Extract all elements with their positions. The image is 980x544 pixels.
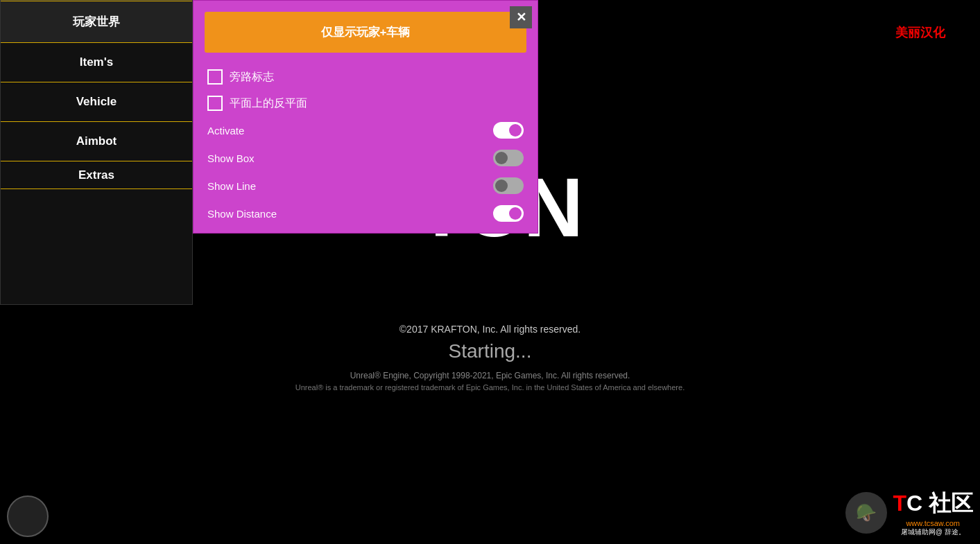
toggle-showbox-label: Show Box [207, 152, 255, 164]
trademark-text: Unreal® is a trademark or registered tra… [0, 383, 980, 392]
watermark-avatar-icon: 🪖 [845, 492, 887, 534]
show-players-vehicles-button[interactable]: 仅显示玩家+车辆 [205, 12, 526, 53]
toggle-row-showdist: Show Distance [194, 200, 538, 233]
nav-items[interactable]: Item's [1, 43, 192, 82]
close-button[interactable]: ✕ [510, 6, 532, 28]
tc-logo: TC 社区 [893, 489, 973, 519]
checkbox-plane[interactable] [207, 96, 223, 111]
toggle-row-showbox: Show Box [194, 144, 538, 172]
copyright-text: ©2017 KRAFTON, Inc. All rights reserved. [0, 324, 980, 335]
toggle-activate[interactable] [493, 122, 524, 139]
checkbox-row-plane: 平面上的反平面 [194, 90, 538, 116]
checkbox-plane-label: 平面上的反平面 [230, 96, 307, 111]
starting-text: Starting... [0, 340, 980, 362]
nav-aimbot[interactable]: Aimbot [1, 122, 192, 161]
toggle-row-activate: Activate [194, 116, 538, 144]
mod-panel: 玩家世界 Item's Vehicle Aimbot Extras [0, 0, 193, 305]
nav-extras[interactable]: Extras [1, 161, 192, 189]
checkbox-bypass-label: 旁路标志 [230, 70, 274, 85]
toggle-showline-label: Show Line [207, 180, 256, 192]
sub-panel: ✕ 仅显示玩家+车辆 旁路标志 平面上的反平面 Activate Show Bo… [193, 0, 538, 234]
bottom-right-watermark: 🪖 TC 社区 www.tcsaw.com 屠城辅助网@ 辞途。 [845, 489, 973, 537]
unreal-text: Unreal® Engine, Copyright 1998-2021, Epi… [0, 371, 980, 380]
checkbox-row-bypass: 旁路标志 [194, 64, 538, 90]
bottom-left-icon [7, 495, 49, 537]
checkbox-bypass[interactable] [207, 69, 223, 85]
toggle-activate-label: Activate [207, 125, 244, 137]
nav-player-world[interactable]: 玩家世界 [1, 1, 192, 43]
toggle-showdist[interactable] [493, 205, 524, 222]
toggle-showbox[interactable] [493, 150, 524, 166]
watermark-tc: TC 社区 www.tcsaw.com 屠城辅助网@ 辞途。 [893, 489, 973, 537]
toggle-showdist-label: Show Distance [207, 208, 277, 220]
tc-sub: 屠城辅助网@ 辞途。 [901, 527, 965, 537]
bottom-center-text: ©2017 KRAFTON, Inc. All rights reserved.… [0, 324, 980, 392]
toggle-row-showline: Show Line [194, 172, 538, 200]
toggle-showline[interactable] [493, 177, 524, 194]
tc-site: www.tcsaw.com [906, 519, 960, 527]
nav-vehicle[interactable]: Vehicle [1, 82, 192, 122]
top-right-label: 美丽汉化 [895, 24, 945, 41]
